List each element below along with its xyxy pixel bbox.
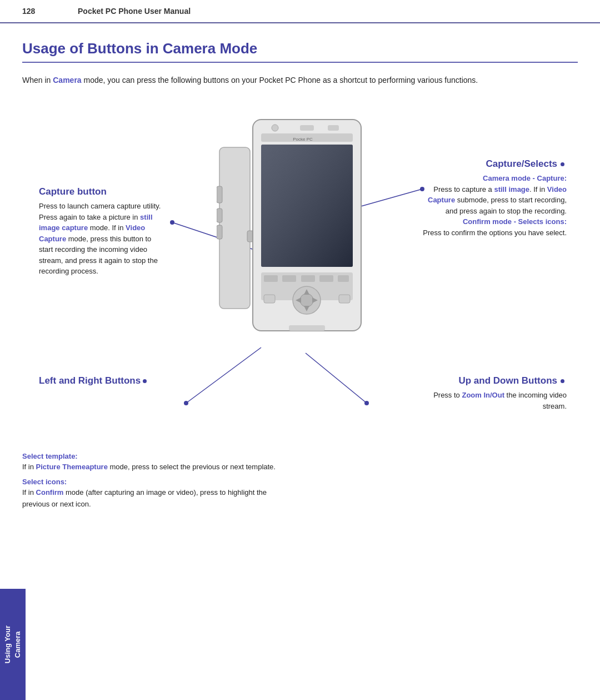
- svg-point-7: [364, 401, 369, 405]
- callout-left-right-label: Left and Right Buttons: [39, 375, 149, 390]
- svg-rect-20: [328, 125, 339, 131]
- svg-rect-19: [300, 125, 314, 131]
- svg-rect-10: [217, 208, 222, 222]
- confirm-mode-subtitle: Confirm mode - Selects icons:: [463, 217, 567, 226]
- select-icons-text: If in Confirm mode (after capturing an i…: [22, 487, 289, 510]
- side-tab: Using Your Camera: [0, 589, 26, 700]
- svg-rect-9: [217, 186, 222, 203]
- capture-button-title: Capture button: [39, 186, 161, 197]
- lr-bullet: [143, 379, 147, 383]
- svg-rect-11: [217, 225, 222, 239]
- svg-rect-16: [261, 145, 353, 267]
- callout-up-down-label: Up and Down Buttons Press to Zoom In/Out…: [411, 375, 567, 411]
- svg-rect-35: [289, 325, 325, 331]
- select-template-heading: Select template:: [22, 452, 289, 460]
- svg-rect-22: [264, 275, 278, 282]
- select-icons-heading: Select icons:: [22, 478, 289, 486]
- left-right-detail: Select template: If in Picture Themeaptu…: [22, 448, 289, 510]
- page-number: 128: [22, 7, 56, 16]
- svg-rect-34: [339, 295, 350, 303]
- svg-point-5: [184, 401, 188, 405]
- header: 128 Pocket PC Phone User Manual: [0, 0, 600, 23]
- select-template-text: If in Picture Themeapture mode, press to…: [22, 461, 289, 473]
- phone-illustration: Pocke PC: [217, 103, 383, 370]
- callout-capture-button: Capture button Press to launch camera ca…: [39, 186, 161, 277]
- svg-rect-8: [219, 147, 250, 309]
- ud-bullet: [561, 379, 564, 383]
- up-down-title: Up and Down Buttons: [411, 375, 567, 386]
- svg-rect-33: [264, 295, 275, 303]
- svg-rect-24: [301, 275, 315, 282]
- bullet-dot: [561, 162, 564, 166]
- bottom-sections: Select template: If in Picture Themeaptu…: [0, 448, 600, 510]
- diagram-area: Pocke PC: [22, 103, 578, 425]
- page-title: Usage of Buttons in Camera Mode: [22, 40, 578, 63]
- svg-text:Pocke PC: Pocke PC: [293, 137, 313, 142]
- left-right-title: Left and Right Buttons: [39, 375, 149, 386]
- header-title: Pocket PC Phone User Manual: [78, 7, 191, 16]
- svg-point-1: [170, 220, 174, 225]
- intro-highlight: Camera: [53, 76, 81, 85]
- svg-point-28: [300, 294, 313, 307]
- capture-selects-title: Capture/Selects: [417, 158, 567, 170]
- side-tab-text: Using Your Camera: [3, 625, 23, 663]
- main-content: Usage of Buttons in Camera Mode When in …: [0, 23, 600, 448]
- svg-point-18: [272, 125, 278, 131]
- svg-rect-25: [319, 275, 333, 282]
- callout-capture-selects: Capture/Selects Camera mode - Capture: P…: [417, 158, 567, 238]
- capture-button-text: Press to launch camera capture utility. …: [39, 201, 161, 277]
- camera-mode-subtitle: Camera mode - Capture:: [483, 174, 567, 182]
- intro-paragraph: When in Camera mode, you can press the f…: [22, 74, 578, 86]
- up-down-text: Press to Zoom In/Out the incoming video …: [411, 390, 567, 411]
- capture-selects-text: Camera mode - Capture: Press to capture …: [417, 173, 567, 238]
- svg-rect-26: [338, 275, 349, 282]
- up-down-detail: [311, 448, 578, 510]
- svg-rect-23: [282, 275, 296, 282]
